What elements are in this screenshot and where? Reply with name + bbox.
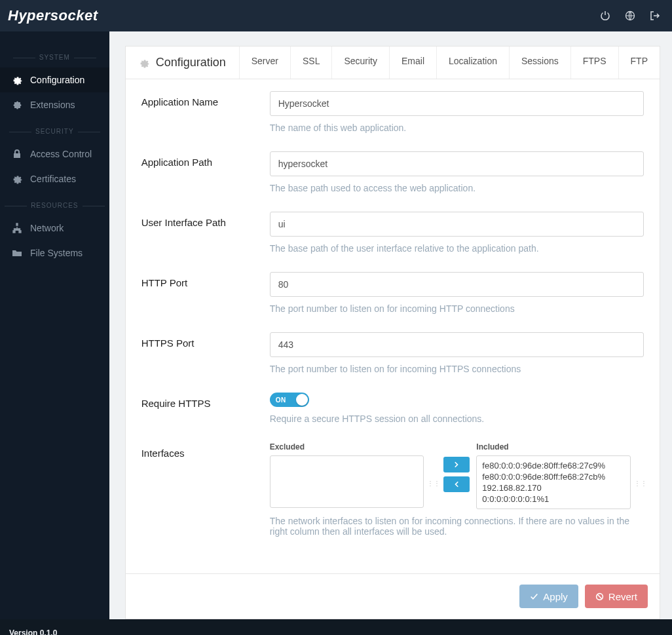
revert-label: Revert <box>608 591 637 602</box>
panel-title-text: Configuration <box>156 56 226 69</box>
panel-footer: Apply Revert <box>126 573 660 619</box>
gear-icon <box>139 58 149 68</box>
ui-path-label: User Interface Path <box>141 212 270 228</box>
app-path-input[interactable] <box>270 151 644 176</box>
app-name-input[interactable] <box>270 91 644 116</box>
excluded-list[interactable] <box>270 455 424 508</box>
puzzle-icon <box>12 100 22 110</box>
require-https-toggle[interactable]: ON <box>270 393 309 407</box>
http-port-help: The port number to listen on for incomin… <box>270 303 644 314</box>
tabs: ServerSSLSecurityEmailLocalizationSessio… <box>239 47 660 79</box>
panel-title: Configuration <box>126 47 239 79</box>
app-path-help: The base path used to access the web app… <box>270 183 644 193</box>
sidebar-item-access-control[interactable]: Access Control <box>0 142 109 166</box>
tab-server[interactable]: Server <box>239 47 290 79</box>
https-port-help: The port number to listen on for incomin… <box>270 364 644 374</box>
sidebar-item-label: File Systems <box>30 248 83 258</box>
brand-logo: Hypersocket <box>8 7 98 24</box>
app-path-label: Application Path <box>141 151 270 168</box>
ui-path-input[interactable] <box>270 212 644 237</box>
move-right-button[interactable] <box>443 457 470 472</box>
sidebar-item-network[interactable]: Network <box>0 216 109 241</box>
sidebar-item-label: Access Control <box>30 149 92 159</box>
ui-path-help: The base path of the user interface rela… <box>270 243 644 254</box>
sidebar-item-extensions[interactable]: Extensions <box>0 92 109 117</box>
chevron-right-icon <box>453 461 460 469</box>
page-footer: Version 0.1.0 © 2013-2014 Hypersocket Li… <box>0 619 672 635</box>
interfaces-label: Interfaces <box>141 442 270 459</box>
drag-handle-icon[interactable]: ⋮⋮ <box>637 442 644 509</box>
sidebar-item-label: Network <box>30 223 64 233</box>
revert-button[interactable]: Revert <box>585 585 648 608</box>
apply-label: Apply <box>543 591 568 602</box>
sidebar-heading: SECURITY <box>0 128 109 135</box>
included-list[interactable]: fe80:0:0:0:96de:80ff:fe68:27c9%fe80:0:0:… <box>476 455 631 509</box>
config-panel: Configuration ServerSSLSecurityEmailLoca… <box>125 46 660 619</box>
move-left-button[interactable] <box>443 476 470 492</box>
ban-icon <box>595 592 604 601</box>
https-port-label: HTTPS Port <box>141 332 270 349</box>
drag-handle-icon[interactable]: ⋮⋮ <box>430 442 437 509</box>
tab-email[interactable]: Email <box>389 47 436 79</box>
sidebar-item-configuration[interactable]: Configuration <box>0 67 109 92</box>
sidebar-heading: SYSTEM <box>0 54 109 61</box>
sidebar-item-label: Certificates <box>30 174 76 184</box>
globe-icon[interactable] <box>625 10 635 21</box>
tab-sessions[interactable]: Sessions <box>509 47 570 79</box>
https-port-input[interactable] <box>270 332 644 357</box>
http-port-label: HTTP Port <box>141 272 270 288</box>
tab-ftps[interactable]: FTPS <box>570 47 618 79</box>
chevron-left-icon <box>453 480 460 488</box>
interfaces-help: The network interfaces to listen on for … <box>270 516 644 537</box>
sidebar: SYSTEMConfigurationExtensionsSECURITYAcc… <box>0 31 109 619</box>
folder-icon <box>12 248 22 258</box>
list-item[interactable]: fe80:0:0:0:96de:80ff:fe68:27cb% <box>482 471 625 482</box>
sidebar-item-label: Extensions <box>30 100 75 110</box>
require-https-help: Require a secure HTTPS session on all co… <box>270 414 644 424</box>
http-port-input[interactable] <box>270 272 644 297</box>
toggle-state-label: ON <box>276 396 286 404</box>
toggle-knob <box>296 394 308 406</box>
tab-localization[interactable]: Localization <box>436 47 509 79</box>
logout-icon[interactable] <box>650 10 660 21</box>
apply-button[interactable]: Apply <box>519 585 578 608</box>
list-item[interactable]: 192.168.82.170 <box>482 482 625 493</box>
app-name-label: Application Name <box>141 91 270 107</box>
sitemap-icon <box>12 223 22 233</box>
included-label: Included <box>476 442 631 452</box>
excluded-label: Excluded <box>270 442 424 452</box>
sidebar-heading: RESOURCES <box>0 202 109 209</box>
sidebar-item-file-systems[interactable]: File Systems <box>0 241 109 265</box>
interfaces-dual-list: Excluded ⋮⋮ Included fe80:0:0:0:96de:80f… <box>270 442 644 509</box>
app-name-help: The name of this web application. <box>270 123 644 133</box>
gear-icon <box>12 174 22 184</box>
power-icon[interactable] <box>600 10 610 21</box>
topbar: Hypersocket <box>0 0 672 31</box>
main-content: Configuration ServerSSLSecurityEmailLoca… <box>109 31 672 619</box>
tab-ftp[interactable]: FTP <box>618 47 660 79</box>
version-text: Version 0.1.0 <box>9 627 663 635</box>
tab-ssl[interactable]: SSL <box>290 47 331 79</box>
sidebar-item-certificates[interactable]: Certificates <box>0 166 109 191</box>
lock-icon <box>12 149 22 159</box>
sidebar-item-label: Configuration <box>30 75 84 85</box>
tab-security[interactable]: Security <box>331 47 389 79</box>
gear-icon <box>12 75 22 85</box>
check-icon <box>530 592 538 601</box>
list-item[interactable]: 0:0:0:0:0:0:0:1%1 <box>482 493 625 505</box>
require-https-label: Require HTTPS <box>141 393 270 409</box>
list-item[interactable]: fe80:0:0:0:96de:80ff:fe68:27c9% <box>482 460 625 471</box>
